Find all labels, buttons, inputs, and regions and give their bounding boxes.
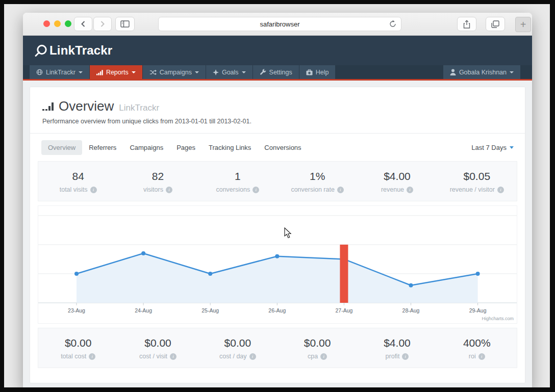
report-tabs: Overview Referrers Campaigns Pages Track… xyxy=(30,134,525,161)
safari-window: safaribrowser + xyxy=(23,13,532,387)
nav-item-goals[interactable]: Goals xyxy=(206,65,253,79)
sidebar-icon xyxy=(120,20,130,28)
highcharts-credit[interactable]: Highcharts.com xyxy=(482,316,514,321)
stat-profit: $4.00 profiti xyxy=(357,337,437,360)
user-icon xyxy=(450,69,456,75)
visits-chart[interactable]: 23-Aug24-Aug25-Aug26-Aug27-Aug28-Aug29-A… xyxy=(38,205,517,324)
stat-value: 1 xyxy=(198,170,278,182)
tab-overview[interactable]: Overview xyxy=(41,140,82,155)
browser-toolbar: safaribrowser + xyxy=(23,13,532,36)
info-icon[interactable]: i xyxy=(90,187,97,193)
svg-text:25-Aug: 25-Aug xyxy=(201,307,219,313)
close-button[interactable] xyxy=(43,20,50,27)
stat-label: cost / visit xyxy=(139,353,167,360)
svg-text:28-Aug: 28-Aug xyxy=(402,307,420,313)
nav-user-menu[interactable]: Gobala Krishnan xyxy=(443,65,520,79)
stat-label: cpa xyxy=(308,353,318,360)
info-icon[interactable]: i xyxy=(402,353,409,360)
stat-value: $0.00 xyxy=(38,337,118,349)
tab-conversions[interactable]: Conversions xyxy=(258,140,308,155)
page-title: Overview xyxy=(59,98,114,114)
stat-value: $0.00 xyxy=(278,337,357,349)
nav-item-campaigns[interactable]: Campaigns xyxy=(143,65,206,79)
refresh-button[interactable] xyxy=(389,20,396,30)
url-text: safaribrowser xyxy=(260,20,299,28)
stat-conversions: 1 conversionsi xyxy=(198,170,278,193)
stats-panel-bottom: $0.00 total costi $0.00 cost / visiti $0… xyxy=(38,328,517,368)
info-icon[interactable]: i xyxy=(407,187,413,193)
mouse-cursor-icon xyxy=(284,227,292,239)
minimize-button[interactable] xyxy=(54,20,61,27)
nav-item-settings[interactable]: Settings xyxy=(253,65,299,79)
stat-label: total visits xyxy=(60,186,88,193)
stat-label: revenue / visitor xyxy=(450,186,495,193)
stat-total-visits: 84 total visitsi xyxy=(38,170,118,193)
desktop-background: safaribrowser + xyxy=(4,4,550,387)
page-title-block: Overview LinkTrackr Performance overview… xyxy=(30,87,525,134)
nav-label: Reports xyxy=(106,69,129,76)
share-icon xyxy=(463,20,470,29)
info-icon[interactable]: i xyxy=(478,353,485,360)
nav-item-reports[interactable]: Reports xyxy=(90,65,142,79)
back-button[interactable] xyxy=(74,17,92,31)
stat-value: $4.00 xyxy=(357,337,437,349)
stat-visitors: 82 visitorsi xyxy=(118,170,197,193)
stat-value: 84 xyxy=(38,170,118,182)
overview-card: Overview LinkTrackr Performance overview… xyxy=(30,87,525,383)
sidebar-toggle-button[interactable] xyxy=(115,17,135,31)
info-icon[interactable]: i xyxy=(249,353,256,360)
tab-overview-button[interactable] xyxy=(486,17,505,31)
chevron-down-icon xyxy=(510,71,514,73)
share-button[interactable] xyxy=(457,17,476,31)
linktrackr-logo[interactable]: LinkTrackr xyxy=(34,43,112,58)
fullscreen-button[interactable] xyxy=(65,20,71,27)
stat-value: 400% xyxy=(437,337,517,349)
info-icon[interactable]: i xyxy=(497,187,504,193)
stat-conversion-rate: 1% conversion ratei xyxy=(278,170,357,193)
chevron-down-icon xyxy=(195,71,199,73)
nav-label: Campaigns xyxy=(160,69,192,76)
stat-label: profit xyxy=(386,353,400,360)
stat-label: cost / day xyxy=(219,353,247,360)
stat-value: $4.00 xyxy=(357,170,437,182)
tab-campaigns[interactable]: Campaigns xyxy=(123,140,170,155)
info-icon[interactable]: i xyxy=(320,353,327,360)
chevron-left-icon xyxy=(80,20,86,28)
shuffle-icon xyxy=(149,69,157,75)
nav-item-linktrackr[interactable]: LinkTrackr xyxy=(30,65,89,79)
info-icon[interactable]: i xyxy=(166,187,172,193)
svg-text:29-Aug: 29-Aug xyxy=(469,307,487,313)
stat-value: $0.05 xyxy=(437,170,517,182)
info-icon[interactable]: i xyxy=(89,353,95,360)
page-subtitle: Performance overview from unique clicks … xyxy=(42,118,513,125)
globe-icon xyxy=(36,69,43,75)
chevron-down-icon xyxy=(510,146,514,149)
stat-cost-per-visit: $0.00 cost / visiti xyxy=(118,337,197,360)
nav-spacer xyxy=(336,65,443,79)
stat-revenue-per-visitor: $0.05 revenue / visitori xyxy=(437,170,517,193)
stat-label: conversions xyxy=(216,186,250,193)
date-range-selector[interactable]: Last 7 Days xyxy=(471,144,514,151)
info-icon[interactable]: i xyxy=(170,353,176,360)
chevron-down-icon xyxy=(79,71,83,73)
tab-referrers[interactable]: Referrers xyxy=(82,140,123,155)
svg-text:24-Aug: 24-Aug xyxy=(135,307,152,313)
tab-tracking-links[interactable]: Tracking Links xyxy=(202,140,258,155)
stats-panel-top: 84 total visitsi 82 visitorsi 1 conversi… xyxy=(38,161,517,201)
new-tab-button[interactable]: + xyxy=(515,17,531,32)
nav-label: LinkTrackr xyxy=(46,69,75,76)
chevron-right-icon xyxy=(99,20,106,28)
address-bar[interactable]: safaribrowser xyxy=(158,17,401,31)
stat-label: conversion rate xyxy=(291,186,334,193)
wrench-icon xyxy=(260,69,266,75)
nav-item-help[interactable]: Help xyxy=(299,65,336,79)
stat-value: $0.00 xyxy=(198,337,278,349)
bar-chart-icon xyxy=(96,69,103,75)
medkit-icon xyxy=(306,69,313,75)
info-icon[interactable]: i xyxy=(253,187,259,193)
forward-button[interactable] xyxy=(93,17,112,31)
stat-value: 82 xyxy=(118,170,197,182)
info-icon[interactable]: i xyxy=(337,187,344,193)
stat-cost-per-day: $0.00 cost / dayi xyxy=(198,337,278,360)
tab-pages[interactable]: Pages xyxy=(170,140,202,155)
